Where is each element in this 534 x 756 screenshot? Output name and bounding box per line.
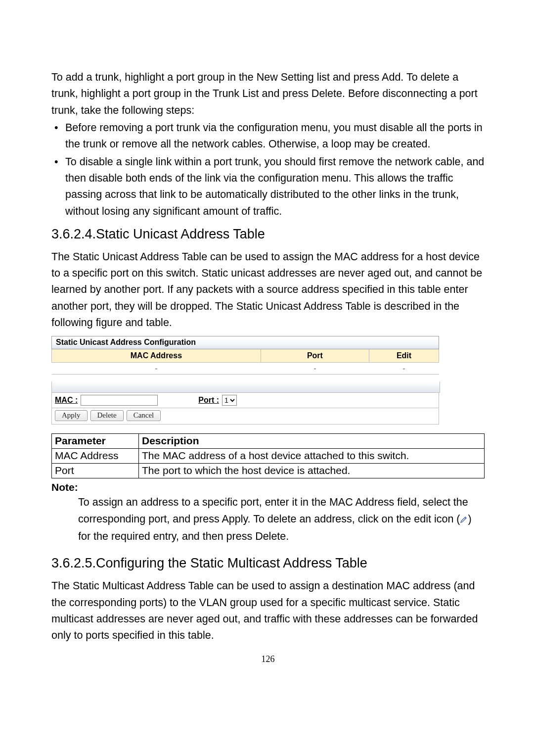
list-item: Before removing a port trunk via the con…	[51, 120, 485, 153]
note-text-before: To assign an address to a specific port,…	[78, 496, 468, 524]
col-description: Description	[139, 434, 485, 449]
note-label: Note:	[51, 481, 485, 493]
col-edit: Edit	[369, 349, 439, 363]
col-parameter: Parameter	[52, 434, 139, 449]
section-heading-multicast: 3.6.2.5.Configuring the Static Multicast…	[51, 556, 485, 571]
mac-label: MAC :	[55, 396, 78, 405]
list-item: To disable a single link within a port t…	[51, 154, 485, 220]
note-body: To assign an address to a specific port,…	[78, 494, 485, 545]
port-select[interactable]: 1	[222, 395, 237, 406]
mac-input[interactable]	[81, 395, 158, 406]
steps-list: Before removing a port trunk via the con…	[51, 120, 485, 220]
pencil-icon	[460, 512, 468, 528]
table-row: MAC Address The MAC address of a host de…	[52, 449, 485, 464]
cell-mac: -	[52, 363, 261, 375]
intro-paragraph: To add a trunk, highlight a port group i…	[51, 69, 485, 119]
col-port: Port	[261, 349, 369, 363]
parameter-description-table: Parameter Description MAC Address The MA…	[51, 433, 485, 478]
cell-desc: The MAC address of a host device attache…	[139, 449, 485, 464]
config-table: MAC Address Port Edit - - -	[51, 349, 439, 375]
table-row: - - -	[52, 363, 439, 375]
port-label: Port :	[198, 396, 219, 405]
cell-param: Port	[52, 464, 139, 478]
cell-desc: The port to which the host device is att…	[139, 464, 485, 478]
cell-port: -	[261, 363, 369, 375]
unicast-paragraph: The Static Unicast Address Table can be …	[51, 249, 485, 331]
cell-edit: -	[369, 363, 439, 375]
apply-button[interactable]: Apply	[55, 410, 88, 421]
separator-strip	[51, 381, 440, 393]
delete-button[interactable]: Delete	[90, 410, 124, 421]
col-mac-address: MAC Address	[52, 349, 261, 363]
multicast-paragraph: The Static Multicast Address Table can b…	[51, 578, 485, 644]
config-banner: Static Unicast Address Configuration	[51, 336, 439, 349]
section-heading-unicast: 3.6.2.4.Static Unicast Address Table	[51, 227, 485, 242]
cell-param: MAC Address	[52, 449, 139, 464]
table-row: Port The port to which the host device i…	[52, 464, 485, 478]
cancel-button[interactable]: Cancel	[127, 410, 161, 421]
unicast-config-figure: Static Unicast Address Configuration MAC…	[51, 336, 439, 425]
button-row: Apply Delete Cancel	[51, 408, 439, 425]
page-number: 126	[51, 654, 485, 664]
mac-port-form-row: MAC : Port : 1	[51, 393, 439, 408]
